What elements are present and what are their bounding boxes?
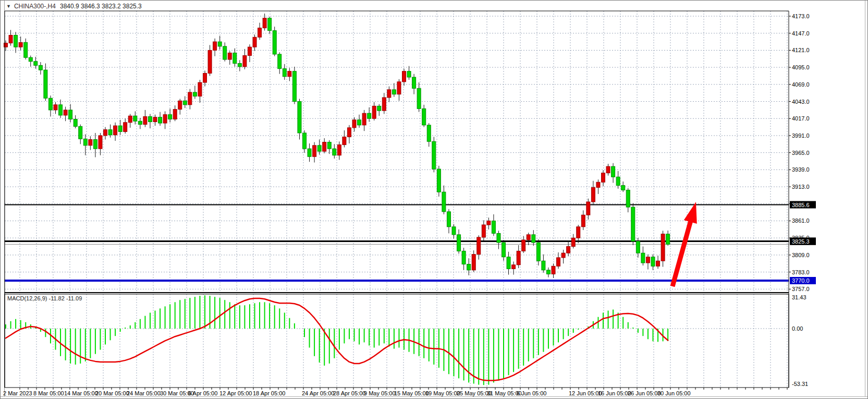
svg-text:3770.0: 3770.0 [792, 277, 810, 284]
candle [263, 18, 266, 28]
price-axis: 4173.04147.04121.04095.04069.04043.04017… [789, 13, 810, 292]
date-label: 9 May 05:00 [364, 390, 396, 396]
candle [44, 70, 47, 98]
candle [497, 233, 500, 243]
candle [512, 265, 516, 269]
candle [532, 235, 535, 243]
candle [636, 241, 640, 253]
candle [173, 110, 177, 119]
candle [442, 192, 446, 212]
svg-text:3939.0: 3939.0 [792, 166, 810, 173]
candle [571, 238, 575, 246]
date-label: 24 Mar 05:00 [127, 390, 161, 396]
candle [333, 149, 336, 155]
svg-text:3825.3: 3825.3 [792, 238, 810, 245]
candle [323, 142, 326, 152]
candle [602, 173, 605, 183]
candle [178, 101, 182, 109]
date-label: 16 Jun 05:00 [598, 390, 631, 396]
svg-text:4017.0: 4017.0 [792, 115, 810, 122]
candle [298, 102, 301, 133]
candle [452, 227, 456, 235]
candle [118, 126, 122, 131]
candle [577, 227, 580, 238]
candle [24, 42, 28, 57]
svg-text:4069.0: 4069.0 [792, 81, 810, 88]
candle [208, 50, 212, 73]
candle [437, 169, 441, 192]
candle [183, 101, 187, 105]
candle [661, 234, 665, 261]
macd-axis: 31.430.00-53.31 [792, 294, 808, 387]
candle [417, 88, 421, 108]
svg-text:3885.6: 3885.6 [792, 202, 810, 208]
candle [243, 55, 247, 66]
date-label: 25 May 05:00 [457, 390, 492, 396]
candle [621, 186, 625, 190]
candle [292, 71, 296, 102]
candle [54, 105, 57, 110]
date-label: 18 Apr 05:00 [253, 390, 285, 396]
svg-text:31.43: 31.43 [792, 294, 806, 300]
candle [546, 270, 550, 274]
candle [527, 235, 530, 240]
candle [238, 64, 241, 67]
candle [522, 240, 525, 251]
date-label: 15 May 05:00 [394, 390, 429, 396]
chart-canvas[interactable]: 4173.04147.04121.04095.04069.04043.04017… [1, 1, 868, 399]
date-label: 2 Mar 2023 [3, 390, 32, 396]
candle [133, 116, 137, 121]
candle [392, 90, 396, 94]
candle [83, 139, 87, 146]
svg-text:4043.0: 4043.0 [792, 99, 810, 105]
candle [561, 253, 565, 258]
candle [567, 247, 570, 253]
level-lines[interactable] [5, 205, 789, 281]
chart-window: 4173.04147.04121.04095.04069.04043.04017… [0, 0, 868, 399]
candle [218, 42, 222, 46]
candle [368, 113, 371, 118]
candle [228, 53, 231, 59]
candle [462, 251, 466, 264]
candle [606, 166, 610, 173]
candle [278, 54, 282, 69]
candle [303, 133, 307, 149]
candle [477, 237, 481, 255]
candle [432, 141, 436, 169]
candle [358, 120, 361, 125]
candle [308, 149, 311, 156]
candle [352, 120, 356, 128]
svg-text:3757.0: 3757.0 [792, 286, 810, 292]
candle [29, 57, 32, 62]
price-tag-3770.0: 3770.0 [790, 277, 816, 284]
candle [163, 115, 167, 123]
svg-text:3809.0: 3809.0 [792, 252, 810, 258]
candle [412, 77, 416, 88]
svg-text:4095.0: 4095.0 [792, 64, 810, 70]
symbol-dropdown-icon[interactable]: ▼ [6, 4, 11, 9]
candle [128, 116, 132, 123]
svg-text:3965.0: 3965.0 [792, 150, 810, 156]
candle [168, 115, 172, 119]
candle [382, 98, 386, 111]
candle [288, 71, 291, 77]
candle [651, 257, 655, 267]
macd-indicator-label: MACD(12,26,9) -11.82 -11.09 [7, 295, 82, 301]
candle [124, 123, 127, 132]
candle [502, 243, 506, 257]
candle [188, 92, 192, 105]
candle [198, 82, 202, 96]
candle [14, 35, 18, 47]
svg-text:4121.0: 4121.0 [792, 47, 810, 53]
date-label: 26 Jun 05:00 [628, 390, 661, 396]
candle [59, 105, 63, 115]
candle [557, 258, 560, 266]
candle [591, 187, 595, 202]
candle [213, 42, 217, 50]
candle [507, 257, 510, 269]
candle [108, 130, 112, 135]
svg-text:-53.31: -53.31 [792, 381, 808, 387]
candle [258, 28, 262, 38]
date-label: 6 Apr 05:00 [188, 390, 217, 396]
candle [153, 117, 157, 122]
